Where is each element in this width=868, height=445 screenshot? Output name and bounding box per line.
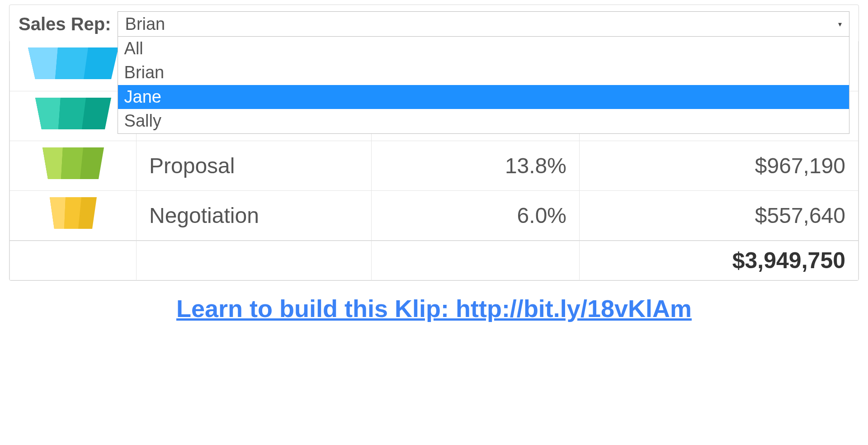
sales-rep-dropdown: All Brian Jane Sally xyxy=(118,37,849,134)
svg-marker-1 xyxy=(28,47,58,79)
funnel-row-negotiation: Negotiation 6.0% $557,640 xyxy=(10,190,859,241)
stage-amount: $967,190 xyxy=(580,141,859,190)
funnel-icon-cell xyxy=(10,190,137,241)
svg-marker-5 xyxy=(58,98,86,129)
funnel-icon-cell xyxy=(10,141,137,190)
stage-name: Negotiation xyxy=(137,190,372,241)
stage-pct: 13.8% xyxy=(372,141,580,190)
sales-rep-selected-value: Brian xyxy=(125,14,165,34)
total-spacer xyxy=(10,241,137,280)
learn-link[interactable]: Learn to build this Klip: http://bit.ly/… xyxy=(0,281,868,336)
filter-row: Sales Rep: Brian ▾ All Brian Jane Sally xyxy=(9,5,859,41)
sales-rep-option-sally[interactable]: Sally xyxy=(118,109,849,133)
stage-pct: 6.0% xyxy=(372,190,580,241)
sales-rep-option-jane[interactable]: Jane xyxy=(118,85,849,109)
funnel-stage-icon xyxy=(28,47,118,79)
filter-label: Sales Rep: xyxy=(19,14,111,34)
funnel-stage-icon xyxy=(50,197,97,229)
chevron-down-icon: ▾ xyxy=(838,20,842,28)
svg-marker-4 xyxy=(35,98,61,129)
sales-rep-select[interactable]: Brian ▾ xyxy=(118,11,849,37)
svg-marker-2 xyxy=(55,47,88,79)
total-spacer xyxy=(137,241,372,280)
funnel-row-proposal: Proposal 13.8% $967,190 xyxy=(10,141,859,190)
sales-funnel-widget: Sales Rep: Brian ▾ All Brian Jane Sally xyxy=(9,5,859,281)
funnel-total-amount: $3,949,750 xyxy=(580,241,859,280)
sales-rep-option-all[interactable]: All xyxy=(118,37,849,61)
funnel-total-row: $3,949,750 xyxy=(10,241,859,280)
stage-name: Proposal xyxy=(137,141,372,190)
stage-amount: $557,640 xyxy=(580,190,859,241)
svg-marker-8 xyxy=(61,147,83,179)
svg-marker-10 xyxy=(50,197,66,229)
funnel-stage-icon xyxy=(35,98,111,129)
total-spacer xyxy=(372,241,580,280)
sales-rep-select-wrap: Brian ▾ All Brian Jane Sally xyxy=(118,11,849,37)
funnel-stage-icon xyxy=(42,147,104,179)
sales-rep-option-brian[interactable]: Brian xyxy=(118,61,849,85)
svg-marker-7 xyxy=(42,147,63,179)
